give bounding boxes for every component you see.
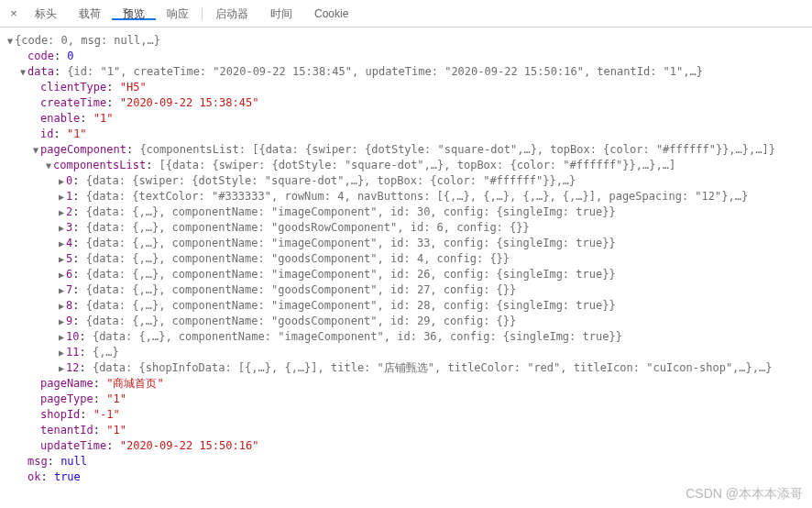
- json-value: {data: {shopInfoData: [{,…}, {,…}], titl…: [93, 361, 773, 374]
- tree-content: 12: {data: {shopInfoData: [{,…}, {,…}], …: [66, 360, 810, 376]
- tree-row[interactable]: ▶4: {data: {,…}, componentName: "imageCo…: [5, 236, 810, 251]
- tree-content: 11: {,…}: [66, 345, 810, 360]
- colon: :: [54, 65, 67, 78]
- arrow-collapsed-icon[interactable]: ▶: [57, 204, 66, 220]
- tree-content: 10: {data: {,…}, componentName: "imageCo…: [66, 329, 810, 345]
- tree-row[interactable]: ▶1: {data: {textColor: "#333333", rowNum…: [5, 189, 810, 204]
- tree-row[interactable]: ▶8: {data: {,…}, componentName: "imageCo…: [5, 298, 810, 314]
- tree-content: msg: null: [27, 454, 810, 469]
- colon: :: [72, 299, 85, 312]
- tab-3[interactable]: 响应: [156, 7, 200, 20]
- tree-row[interactable]: ▼{code: 0, msg: null,…}: [5, 33, 810, 49]
- toolbar-divider: [202, 7, 203, 20]
- json-key: shopId: [40, 408, 80, 421]
- arrow-collapsed-icon[interactable]: ▶: [57, 298, 66, 314]
- arrow-expanded-icon[interactable]: ▼: [18, 64, 27, 80]
- json-key: componentsList: [53, 159, 146, 171]
- tree-row[interactable]: id: "1": [5, 127, 810, 142]
- arrow-collapsed-icon[interactable]: ▶: [57, 267, 66, 282]
- tree-content: 1: {data: {textColor: "#333333", rowNum:…: [66, 189, 810, 204]
- tab-0[interactable]: 标头: [24, 7, 68, 20]
- json-value: "H5": [120, 81, 147, 94]
- tree-row[interactable]: ▶9: {data: {,…}, componentName: "goodsCo…: [5, 314, 810, 329]
- tree-content: pageType: "1": [40, 392, 810, 407]
- tree-row[interactable]: createTime: "2020-09-22 15:38:45": [5, 95, 810, 111]
- json-value: "1": [93, 112, 114, 125]
- json-value: "-1": [93, 408, 120, 421]
- tree-content: createTime: "2020-09-22 15:38:45": [40, 95, 810, 111]
- json-key: 11: [66, 346, 79, 359]
- tree-row[interactable]: pageName: "商城首页": [5, 376, 810, 392]
- close-icon[interactable]: ×: [4, 6, 24, 20]
- tree-row[interactable]: msg: null: [5, 454, 810, 469]
- arrow-expanded-icon[interactable]: ▼: [5, 33, 15, 49]
- arrow-collapsed-icon[interactable]: ▶: [57, 282, 66, 298]
- json-value: {id: "1", createTime: "2020-09-22 15:38:…: [67, 65, 703, 78]
- colon: :: [48, 455, 60, 468]
- tree-row[interactable]: ▶3: {data: {,…}, componentName: "goodsRo…: [5, 220, 810, 236]
- tree-content: {code: 0, msg: null,…}: [15, 33, 810, 49]
- tab-2[interactable]: 预览: [112, 7, 156, 20]
- arrow-collapsed-icon[interactable]: ▶: [57, 189, 66, 204]
- colon: :: [72, 237, 85, 249]
- arrow-collapsed-icon[interactable]: ▶: [57, 173, 66, 189]
- colon: :: [72, 315, 85, 327]
- tree-row[interactable]: ▶10: {data: {,…}, componentName: "imageC…: [5, 329, 810, 345]
- tab-4[interactable]: 启动器: [204, 7, 259, 20]
- tree-row[interactable]: ▶2: {data: {,…}, componentName: "imageCo…: [5, 204, 810, 220]
- arrow-collapsed-icon[interactable]: ▶: [57, 236, 66, 251]
- json-value: "2020-09-22 15:38:45": [120, 96, 259, 109]
- json-value: {data: {,…}, componentName: "imageCompon…: [86, 268, 616, 281]
- colon: :: [126, 143, 139, 156]
- colon: :: [53, 127, 66, 140]
- tab-6[interactable]: Cookie: [303, 7, 359, 20]
- tree-row[interactable]: ▼data: {id: "1", createTime: "2020-09-22…: [5, 64, 810, 80]
- arrow-collapsed-icon[interactable]: ▶: [57, 251, 66, 267]
- json-key: pageComponent: [40, 143, 126, 156]
- arrow-collapsed-icon[interactable]: ▶: [57, 360, 66, 376]
- tree-row[interactable]: tenantId: "1": [5, 423, 810, 438]
- json-value: {data: {textColor: "#333333", rowNum: 4,…: [86, 190, 748, 203]
- colon: :: [79, 346, 92, 359]
- tree-row[interactable]: ▼pageComponent: {componentsList: [{data:…: [5, 142, 810, 158]
- json-value: {data: {swiper: {dotStyle: "square-dot",…: [86, 174, 576, 187]
- colon: :: [72, 252, 85, 265]
- tree-row[interactable]: ok: true: [5, 469, 810, 485]
- tab-5[interactable]: 时间: [259, 7, 303, 20]
- colon: :: [72, 268, 85, 281]
- tree-row[interactable]: shopId: "-1": [5, 407, 810, 423]
- tree-row[interactable]: enable: "1": [5, 111, 810, 127]
- tree-row[interactable]: ▶6: {data: {,…}, componentName: "imageCo…: [5, 267, 810, 282]
- tree-row[interactable]: ▼componentsList: [{data: {swiper: {dotSt…: [5, 158, 810, 173]
- arrow-collapsed-icon[interactable]: ▶: [57, 220, 66, 236]
- arrow-expanded-icon[interactable]: ▼: [44, 158, 53, 173]
- arrow-collapsed-icon[interactable]: ▶: [57, 345, 66, 360]
- tree-row[interactable]: ▶5: {data: {,…}, componentName: "goodsCo…: [5, 251, 810, 267]
- tree-content: pageComponent: {componentsList: [{data: …: [40, 142, 810, 158]
- tree-content: 7: {data: {,…}, componentName: "goodsCom…: [66, 282, 810, 298]
- tree-row[interactable]: pageType: "1": [5, 392, 810, 407]
- json-key: enable: [40, 112, 80, 125]
- tree-content: 2: {data: {,…}, componentName: "imageCom…: [66, 204, 810, 220]
- tree-row[interactable]: updateTime: "2020-09-22 15:50:16": [5, 438, 810, 454]
- colon: :: [79, 330, 92, 343]
- arrow-expanded-icon[interactable]: ▼: [31, 142, 40, 158]
- tree-content: code: 0: [27, 49, 810, 64]
- json-value: "1": [106, 424, 126, 436]
- json-value: {data: {,…}, componentName: "goodsCompon…: [86, 315, 517, 327]
- tab-1[interactable]: 载荷: [68, 7, 112, 20]
- tree-row[interactable]: code: 0: [5, 49, 810, 64]
- json-preview-tree[interactable]: ▼{code: 0, msg: null,…}code: 0▼data: {id…: [0, 28, 812, 497]
- json-value: "商城首页": [106, 377, 163, 390]
- tree-row[interactable]: clientType: "H5": [5, 80, 810, 95]
- tree-content: shopId: "-1": [40, 407, 810, 423]
- tree-row[interactable]: ▶7: {data: {,…}, componentName: "goodsCo…: [5, 282, 810, 298]
- tree-row[interactable]: ▶11: {,…}: [5, 345, 810, 360]
- json-value: true: [54, 470, 81, 483]
- tree-content: tenantId: "1": [40, 423, 810, 438]
- arrow-collapsed-icon[interactable]: ▶: [57, 314, 66, 329]
- arrow-collapsed-icon[interactable]: ▶: [57, 329, 66, 345]
- tree-row[interactable]: ▶0: {data: {swiper: {dotStyle: "square-d…: [5, 173, 810, 189]
- tree-row[interactable]: ▶12: {data: {shopInfoData: [{,…}, {,…}],…: [5, 360, 810, 376]
- json-key: updateTime: [40, 439, 106, 452]
